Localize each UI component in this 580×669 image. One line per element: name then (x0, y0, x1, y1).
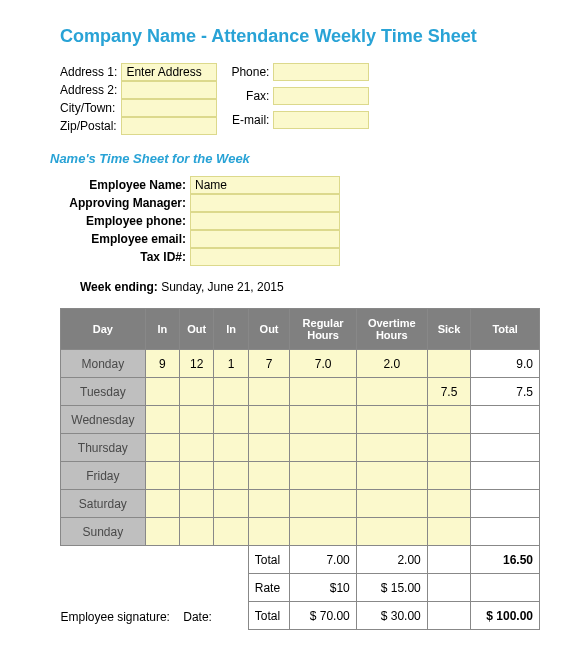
cell-out2[interactable] (248, 518, 290, 546)
label-address2: Address 2: (60, 81, 121, 99)
address-block: Address 1: Enter Address Address 2: City… (60, 63, 540, 135)
cell-in2[interactable] (214, 406, 248, 434)
cell-sick[interactable] (427, 350, 471, 378)
cell-out2[interactable] (248, 378, 290, 406)
page-title: Company Name - Attendance Weekly Time Sh… (60, 26, 540, 47)
cell-in2[interactable]: 1 (214, 350, 248, 378)
label-email: E-mail: (231, 111, 273, 135)
summary-sick-gap1 (427, 546, 471, 574)
subheader: Name's Time Sheet for the Week (50, 151, 540, 166)
cell-overtime[interactable]: 2.0 (356, 350, 427, 378)
date-label: Date: (183, 610, 212, 624)
cell-total: 7.5 (471, 378, 540, 406)
cell-total (471, 462, 540, 490)
input-manager[interactable] (190, 194, 340, 212)
cell-out1[interactable] (180, 518, 214, 546)
cell-total (471, 490, 540, 518)
input-email[interactable] (273, 111, 369, 129)
cell-in2[interactable] (214, 518, 248, 546)
cell-out1[interactable] (180, 378, 214, 406)
cell-in2[interactable] (214, 462, 248, 490)
label-phone: Phone: (231, 63, 273, 87)
summary-rate-label: Rate (248, 574, 290, 602)
col-out2: Out (248, 309, 290, 350)
cell-regular[interactable] (290, 434, 356, 462)
cell-overtime[interactable] (356, 434, 427, 462)
cell-in2[interactable] (214, 490, 248, 518)
summary-total-row: Employee signature: Date: Total 7.00 2.0… (61, 546, 540, 574)
table-row: Saturday (61, 490, 540, 518)
cell-total (471, 406, 540, 434)
cell-out2[interactable] (248, 434, 290, 462)
cell-sick[interactable] (427, 490, 471, 518)
cell-in2[interactable] (214, 378, 248, 406)
cell-out2[interactable]: 7 (248, 350, 290, 378)
cell-out1[interactable] (180, 462, 214, 490)
cell-regular[interactable]: 7.0 (290, 350, 356, 378)
cell-sick[interactable] (427, 434, 471, 462)
input-employee-email[interactable] (190, 230, 340, 248)
cell-overtime[interactable] (356, 490, 427, 518)
input-employee-name[interactable]: Name (190, 176, 340, 194)
input-taxid[interactable] (190, 248, 340, 266)
label-city: City/Town: (60, 99, 121, 117)
header-row: Day In Out In Out Regular Hours Overtime… (61, 309, 540, 350)
table-row: Tuesday7.57.5 (61, 378, 540, 406)
summary-reg-cost: $ 70.00 (290, 602, 356, 630)
summary-sick-gap3 (427, 602, 471, 630)
cell-out1[interactable] (180, 434, 214, 462)
address-right-column: Phone: Fax: E-mail: (231, 63, 369, 135)
input-zip[interactable] (121, 117, 217, 135)
cell-overtime[interactable] (356, 518, 427, 546)
input-employee-phone[interactable] (190, 212, 340, 230)
col-out1: Out (180, 309, 214, 350)
cell-day: Wednesday (61, 406, 146, 434)
summary-cost-label: Total (248, 602, 290, 630)
cell-sick[interactable] (427, 518, 471, 546)
cell-regular[interactable] (290, 406, 356, 434)
cell-out1[interactable] (180, 406, 214, 434)
cell-regular[interactable] (290, 518, 356, 546)
cell-out2[interactable] (248, 406, 290, 434)
cell-sick[interactable] (427, 462, 471, 490)
col-overtime: Overtime Hours (356, 309, 427, 350)
input-phone[interactable] (273, 63, 369, 81)
cell-overtime[interactable] (356, 378, 427, 406)
cell-in1[interactable] (145, 434, 179, 462)
col-total: Total (471, 309, 540, 350)
cell-in1[interactable] (145, 406, 179, 434)
cell-out2[interactable] (248, 490, 290, 518)
cell-sick[interactable] (427, 406, 471, 434)
cell-out1[interactable] (180, 490, 214, 518)
cell-in1[interactable]: 9 (145, 350, 179, 378)
cell-overtime[interactable] (356, 406, 427, 434)
col-in1: In (145, 309, 179, 350)
cell-day: Monday (61, 350, 146, 378)
input-city[interactable] (121, 99, 217, 117)
input-fax[interactable] (273, 87, 369, 105)
employee-block: Employee Name: Name Approving Manager: E… (60, 176, 540, 266)
cell-out1[interactable]: 12 (180, 350, 214, 378)
cell-overtime[interactable] (356, 462, 427, 490)
summary-grand-rate (471, 574, 540, 602)
input-address1[interactable]: Enter Address (121, 63, 217, 81)
cell-regular[interactable] (290, 462, 356, 490)
cell-in1[interactable] (145, 462, 179, 490)
summary-reg-total: 7.00 (290, 546, 356, 574)
cell-in1[interactable] (145, 378, 179, 406)
table-row: Wednesday (61, 406, 540, 434)
input-address2[interactable] (121, 81, 217, 99)
timesheet-table: Day In Out In Out Regular Hours Overtime… (60, 308, 540, 630)
cell-total (471, 518, 540, 546)
col-in2: In (214, 309, 248, 350)
cell-regular[interactable] (290, 490, 356, 518)
cell-in2[interactable] (214, 434, 248, 462)
cell-sick[interactable]: 7.5 (427, 378, 471, 406)
cell-out2[interactable] (248, 462, 290, 490)
label-address1: Address 1: (60, 63, 121, 81)
cell-in1[interactable] (145, 518, 179, 546)
col-day: Day (61, 309, 146, 350)
summary-grand-total: 16.50 (471, 546, 540, 574)
cell-in1[interactable] (145, 490, 179, 518)
cell-regular[interactable] (290, 378, 356, 406)
